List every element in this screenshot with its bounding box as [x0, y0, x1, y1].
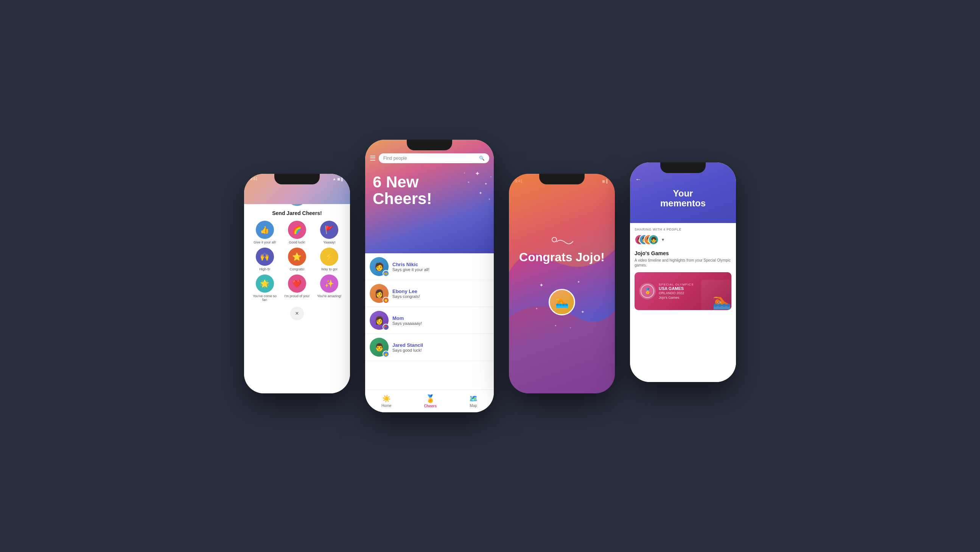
cheer-info-0: Chris Nikic Says give it your all!: [392, 262, 489, 272]
svg-text:✦: ✦: [490, 175, 492, 178]
cheer-name-0: Chris Nikic: [392, 262, 489, 267]
phone3-screen: 9:41 ◼ ▌ Congrats Jojo! ✦: [509, 174, 615, 393]
congrats-title: Congrats Jojo!: [519, 250, 605, 264]
phone2-screen: ☰ Find people 🔍 6 New Cheers!: [365, 140, 494, 412]
usa-card-text: SPECIAL OLYMPICS USA GAMES ORLANDO 2022 …: [659, 283, 694, 299]
cheer-item-3: 🙌 High-5!: [250, 247, 279, 271]
stars-decoration: ✦ ✦ ✦ ✦ ✦ ✦ ✦: [441, 166, 494, 219]
svg-text:✦: ✦: [479, 190, 482, 196]
cheer-label-4: Congrats!: [290, 267, 304, 271]
cheer-avatar-wrap-1: 👩 ⭐: [370, 284, 388, 303]
cheer-entry-2[interactable]: 👩 🚩 Mom Says yaaaaaay!: [365, 307, 494, 334]
phone-3: 9:41 ◼ ▌ Congrats Jojo! ✦: [509, 174, 615, 393]
cheer-item-1: 🌈 Good luck!: [282, 221, 312, 244]
usa-games-card[interactable]: 🏅 SPECIAL OLYMPICS USA GAMES ORLANDO 202…: [635, 272, 732, 310]
cheer-btn-1[interactable]: 🌈: [288, 221, 306, 239]
cheer-btn-2[interactable]: 🚩: [320, 221, 338, 239]
cheer-btn-3[interactable]: 🙌: [256, 247, 274, 266]
cheer-label-1: Good luck!: [289, 241, 305, 244]
home-icon: ☀️: [382, 394, 390, 403]
cheer-label-2: Yaaaay!: [323, 241, 335, 244]
cheer-btn-0[interactable]: 👍: [256, 221, 274, 239]
cheer-entry-3[interactable]: 👨 👍 Jared Stancil Says good luck!: [365, 334, 494, 361]
svg-text:✦: ✦: [554, 324, 557, 327]
cheer-entry-1[interactable]: 👩 ⭐ Ebony Lee Says congrats!: [365, 280, 494, 307]
phone2-navbar: ☀️ Home 🏅 Cheers 🗺️ Map: [365, 389, 494, 412]
cheer-item-6: 🌟 You've come so far!: [250, 274, 279, 303]
nav-home[interactable]: ☀️ Home: [382, 394, 391, 408]
nav-map-label: Map: [469, 404, 477, 408]
cheer-entry-0[interactable]: 🧑 🙌 Chris Nikic Says give it your all!: [365, 253, 494, 280]
cheer-item-5: ⚡ Way to go!: [315, 247, 344, 271]
svg-point-7: [552, 238, 557, 242]
svg-text:✦: ✦: [570, 327, 571, 329]
nav-map[interactable]: 🗺️ Map: [469, 394, 477, 408]
usa-main-text: USA GAMES: [659, 286, 694, 291]
cheer-message-3: Says good luck!: [392, 348, 489, 353]
cheer-badge-2: 🚩: [383, 324, 389, 330]
swimmer-icon: [550, 235, 573, 246]
jojo-avatar: 🏊: [549, 289, 575, 315]
cheer-info-2: Mom Says yaaaaaay!: [392, 315, 489, 325]
cheer-btn-8[interactable]: ✨: [320, 274, 338, 293]
search-icon: 🔍: [479, 156, 485, 161]
status-time: 9:41: [250, 177, 257, 181]
phone2-header: ☰ Find people 🔍 6 New Cheers!: [365, 140, 494, 253]
sharing-label: SHARING WITH 4 PEOPLE: [635, 228, 732, 231]
cheer-badge-3: 👍: [383, 351, 389, 357]
mementos-title: Yourmementos: [660, 188, 706, 209]
hamburger-icon[interactable]: ☰: [370, 154, 376, 163]
nav-cheers[interactable]: 🏅 Cheers: [424, 394, 437, 408]
svg-text:✦: ✦: [467, 180, 470, 184]
new-cheers-hero: 6 New Cheers! ✦ ✦ ✦ ✦ ✦ ✦ ✦: [365, 166, 494, 207]
usa-logo-inner: 🏅: [641, 284, 654, 298]
map-icon: 🗺️: [469, 394, 477, 403]
card-swimmer-image: 🏊: [701, 280, 732, 310]
phones-container: 9:41 ▲ ◼ ▌ 👤 Send Jared Cheers! 👍 Give i…: [221, 117, 759, 435]
svg-text:✦: ✦: [463, 172, 465, 174]
search-bar[interactable]: Find people 🔍: [379, 153, 489, 163]
cheer-btn-5[interactable]: ⚡: [320, 247, 338, 266]
cheer-item-0: 👍 Give it your all!: [250, 221, 279, 244]
cheer-grid: 👍 Give it your all! 🌈 Good luck! 🚩 Yaaaa…: [250, 221, 344, 302]
cheer-badge-0: 🙌: [383, 270, 389, 277]
cheer-label-7: I'm proud of you!: [285, 294, 310, 298]
share-avatar-3: 👧: [648, 235, 659, 245]
cheer-label-0: Give it your all!: [253, 241, 276, 244]
svg-text:✦: ✦: [581, 310, 585, 314]
phone-1: 9:41 ▲ ◼ ▌ 👤 Send Jared Cheers! 👍 Give i…: [244, 174, 350, 393]
svg-text:✦: ✦: [577, 280, 580, 284]
cheer-btn-7[interactable]: ❤️: [288, 274, 306, 293]
sharing-avatars: 👩 👦 👨 👧 ▾: [635, 235, 732, 245]
usa-logo: 🏅: [639, 283, 656, 300]
cheer-info-1: Ebony Lee Says congrats!: [392, 289, 489, 299]
status-icons: ▲ ◼ ▌: [332, 177, 344, 181]
chevron-down-icon[interactable]: ▾: [662, 237, 664, 242]
cheer-btn-4[interactable]: ⭐: [288, 247, 306, 266]
svg-text:✦: ✦: [535, 307, 538, 311]
svg-text:✦: ✦: [475, 171, 480, 177]
cheer-name-1: Ebony Lee: [392, 289, 489, 294]
cheer-btn-6[interactable]: 🌟: [256, 274, 274, 293]
usa-subtitle: SPECIAL OLYMPICS: [659, 283, 694, 286]
cheer-avatar-wrap-3: 👨 👍: [370, 338, 388, 357]
cheer-label-5: Way to go!: [321, 267, 337, 271]
jojos-games-title: Jojo's Games: [635, 250, 732, 256]
congrats-avatar-area: ✦ ✦ ✦ ✦ ✦ ✦ 🏊: [531, 272, 592, 332]
cheer-badge-1: ⭐: [383, 297, 389, 304]
phone4-body: SHARING WITH 4 PEOPLE 👩 👦 👨 👧 ▾ Jojo's G…: [630, 223, 736, 382]
search-input[interactable]: Find people: [383, 156, 477, 161]
send-cheers-title: Send Jared Cheers!: [272, 210, 322, 216]
cheer-item-4: ⭐ Congrats!: [282, 247, 312, 271]
cheer-label-3: High-5!: [259, 267, 270, 271]
cheer-label-6: You've come so far!: [250, 294, 279, 303]
close-button[interactable]: ×: [290, 307, 304, 320]
svg-text:✦: ✦: [488, 198, 491, 201]
cheers-list: 🧑 🙌 Chris Nikic Says give it your all! 👩…: [365, 253, 494, 389]
phone-4: ← Yourmementos SHARING WITH 4 PEOPLE 👩 👦…: [630, 163, 736, 382]
cheer-name-3: Jared Stancil: [392, 342, 489, 348]
cheer-info-3: Jared Stancil Says good luck!: [392, 342, 489, 353]
svg-text:✦: ✦: [484, 182, 487, 186]
cheer-name-2: Mom: [392, 315, 489, 321]
back-button[interactable]: ←: [635, 176, 641, 183]
